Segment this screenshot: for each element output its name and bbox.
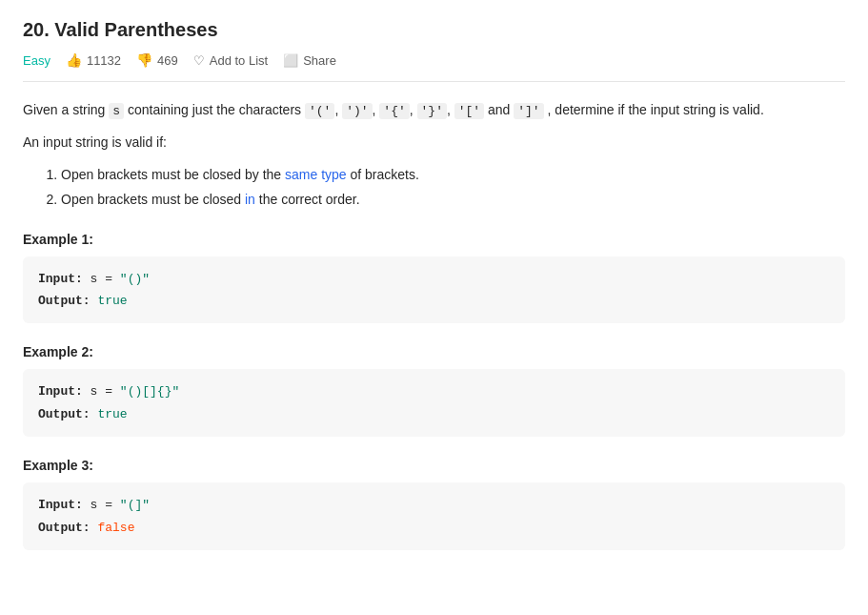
problem-title: 20. Valid Parentheses bbox=[23, 19, 845, 41]
example-1-input: Input: s = "()" bbox=[38, 268, 830, 290]
sep3: , bbox=[410, 102, 417, 117]
example-3-output: Output: false bbox=[38, 517, 830, 539]
example-1-title: Example 1: bbox=[23, 232, 845, 247]
desc-mid: containing just the characters bbox=[128, 102, 305, 117]
char-close-bracket: ']' bbox=[514, 103, 543, 119]
char-close-brace: '}' bbox=[417, 103, 447, 119]
example-3-input: Input: s = "(]" bbox=[38, 494, 830, 516]
example-2-input: Input: s = "()[]{}" bbox=[38, 380, 830, 402]
output-label-2: Output: bbox=[38, 407, 97, 421]
heart-icon: ♡ bbox=[193, 53, 205, 68]
input-val-1: "()" bbox=[120, 272, 150, 286]
rules-list: Open brackets must be closed by the same… bbox=[61, 164, 845, 211]
problem-description: Given a string s containing just the cha… bbox=[23, 99, 845, 211]
share-icon: ⬜ bbox=[283, 53, 298, 68]
output-label-1: Output: bbox=[38, 294, 97, 308]
input-val-2: "()[]{}" bbox=[120, 384, 179, 399]
thumbs-down-icon: 👎 bbox=[136, 52, 152, 68]
add-to-list-button[interactable]: ♡ Add to List bbox=[193, 53, 268, 68]
input-label-1: Input: bbox=[38, 272, 91, 286]
rule-2: Open brackets must be closed in the corr… bbox=[61, 189, 845, 210]
input-val-3: "(]" bbox=[120, 498, 150, 512]
example-2-section: Example 2: Input: s = "()[]{}" Output: t… bbox=[23, 344, 845, 437]
example-1-section: Example 1: Input: s = "()" Output: true bbox=[23, 232, 845, 324]
char-open-paren: '(' bbox=[305, 103, 334, 119]
dislikes-button[interactable]: 👎 469 bbox=[136, 52, 178, 68]
desc-post: , determine if the input string is valid… bbox=[548, 102, 764, 117]
char-close-paren: ')' bbox=[342, 103, 372, 119]
example-2-box: Input: s = "()[]{}" Output: true bbox=[23, 369, 845, 437]
example-1-output: Output: true bbox=[38, 290, 830, 312]
input-eq-2: = bbox=[97, 384, 119, 399]
variable-s: s bbox=[109, 103, 124, 119]
input-eq-3: = bbox=[97, 498, 119, 512]
output-val-1: true bbox=[97, 294, 127, 308]
input-eq-1: = bbox=[97, 272, 119, 286]
input-label-2: Input: bbox=[38, 384, 91, 399]
output-label-3: Output: bbox=[38, 521, 97, 535]
thumbs-up-icon: 👍 bbox=[66, 52, 82, 68]
meta-row: Easy 👍 11132 👎 469 ♡ Add to List ⬜ Share bbox=[23, 52, 845, 82]
likes-count: 11132 bbox=[87, 53, 121, 68]
example-2-output: Output: true bbox=[38, 403, 830, 425]
example-1-box: Input: s = "()" Output: true bbox=[23, 256, 845, 324]
char-open-bracket: '[' bbox=[454, 103, 484, 119]
likes-button[interactable]: 👍 11132 bbox=[66, 52, 121, 68]
example-3-section: Example 3: Input: s = "(]" Output: false bbox=[23, 458, 845, 550]
rule2-highlight: in bbox=[245, 192, 255, 207]
share-button[interactable]: ⬜ Share bbox=[283, 53, 336, 68]
example-3-box: Input: s = "(]" Output: false bbox=[23, 482, 845, 550]
add-to-list-label: Add to List bbox=[210, 53, 268, 68]
output-val-2: true bbox=[97, 407, 127, 421]
description-line1: Given a string s containing just the cha… bbox=[23, 99, 845, 122]
sep4: , bbox=[447, 102, 454, 117]
output-val-3: false bbox=[97, 521, 134, 535]
difficulty-badge: Easy bbox=[23, 53, 50, 68]
char-open-brace: '{' bbox=[379, 103, 409, 119]
input-label-3: Input: bbox=[38, 498, 91, 512]
rule1-highlight: same type bbox=[285, 167, 347, 182]
example-2-title: Example 2: bbox=[23, 344, 845, 359]
sep1: , bbox=[334, 102, 342, 117]
rule-1: Open brackets must be closed by the same… bbox=[61, 164, 845, 185]
example-3-title: Example 3: bbox=[23, 458, 845, 473]
share-label: Share bbox=[303, 53, 336, 68]
validity-intro: An input string is valid if: bbox=[23, 132, 845, 154]
dislikes-count: 469 bbox=[157, 53, 178, 68]
desc-pre: Given a string bbox=[23, 102, 105, 117]
and-word: and bbox=[488, 102, 514, 117]
